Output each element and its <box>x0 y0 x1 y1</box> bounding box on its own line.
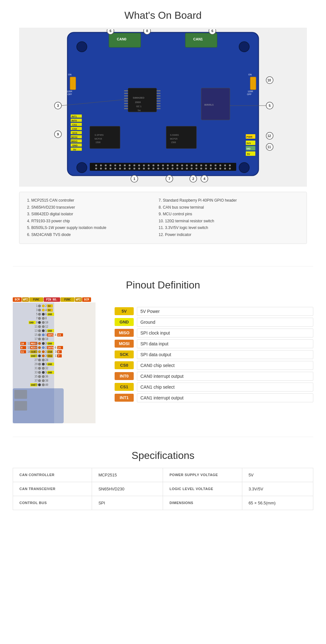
spec-label-can-ctrl: CAN CONTROLLER <box>13 468 92 482</box>
svg-text:8: 8 <box>45 317 47 320</box>
svg-text:23: 23 <box>58 334 61 336</box>
spec-value-can-trans: SN65HVD230 <box>92 482 163 496</box>
svg-point-286 <box>42 375 45 378</box>
pinout-section: BCM WPI FUNC PIN NO. FUNC WPI BCM <box>0 297 326 433</box>
legend-item-cs0: CS0 CAN0 chip select <box>115 361 313 370</box>
svg-text:12: 12 <box>267 134 271 138</box>
svg-rect-72 <box>90 163 236 171</box>
svg-text:CAN1: CAN1 <box>193 37 203 41</box>
legend-item-int0: INT0 CAN0 interrupt output <box>115 372 313 381</box>
svg-text:25: 25 <box>34 355 38 357</box>
svg-point-270 <box>42 363 45 365</box>
svg-rect-33 <box>157 98 160 99</box>
svg-text:6: 6 <box>45 313 47 316</box>
svg-point-164 <box>38 305 41 307</box>
svg-point-75 <box>105 164 107 166</box>
svg-text:PWR: PWR <box>246 135 252 138</box>
svg-point-1 <box>77 42 87 52</box>
svg-text:6: 6 <box>110 29 111 33</box>
svg-text:ON: ON <box>68 73 72 76</box>
board-legend-left: 1. MCP2515 CAN controller 2. SN65HVD230 … <box>27 197 158 239</box>
svg-text:10: 10 <box>267 79 271 82</box>
pd-header: BCM WPI FUNC PIN NO. FUNC WPI BCM <box>13 297 96 302</box>
svg-rect-38 <box>90 126 120 149</box>
svg-text:11: 11 <box>267 145 271 149</box>
svg-text:2: 2 <box>192 177 194 181</box>
svg-text:10: 10 <box>21 342 24 345</box>
svg-text:GND: GND <box>48 329 52 332</box>
svg-point-80 <box>129 164 131 166</box>
svg-text:8: 8 <box>58 350 60 353</box>
svg-text:INT1: INT1 <box>48 334 54 336</box>
svg-point-121 <box>186 168 188 170</box>
svg-text:17: 17 <box>34 338 38 341</box>
svg-rect-35 <box>157 103 160 104</box>
svg-text:CAN0: CAN0 <box>117 37 126 41</box>
spec-value-ctrl-bus: SPI <box>92 496 163 510</box>
svg-text:15: 15 <box>34 334 38 336</box>
svg-point-280 <box>42 371 45 374</box>
legend-item-miso: MISO SPI clock input <box>115 329 313 337</box>
svg-point-108 <box>124 168 126 170</box>
svg-rect-42 <box>166 126 196 149</box>
svg-point-112 <box>143 168 145 170</box>
legend-item-10: 10. 120Ω terminal resistor switch <box>159 218 289 225</box>
svg-text:CS0: CS0 <box>48 350 52 353</box>
desc-cs0: CAN0 chip select <box>137 361 313 370</box>
svg-text:5V: 5V <box>48 309 51 312</box>
svg-text:38: 38 <box>45 379 48 382</box>
legend-item-7: 7. Standard Raspberry Pi 40PIN GPIO head… <box>159 197 289 204</box>
specs-title: Specifications <box>0 440 326 468</box>
svg-text:18: 18 <box>45 338 48 341</box>
svg-text:13: 13 <box>27 346 31 349</box>
svg-text:2: 2 <box>45 305 47 308</box>
spec-value-logic-volt: 3.3V/5V <box>242 482 313 496</box>
badge-mosi: MOSI <box>115 340 134 348</box>
svg-point-285 <box>38 375 41 378</box>
svg-point-276 <box>42 367 45 370</box>
svg-point-99 <box>219 164 221 166</box>
svg-text:23: 23 <box>34 350 38 353</box>
svg-point-106 <box>114 168 116 170</box>
legend-item-1: 1. MCP2515 CAN controller <box>27 197 158 204</box>
desc-sck: SPI data output <box>137 350 313 359</box>
svg-rect-13 <box>250 77 256 90</box>
svg-point-87 <box>162 164 164 166</box>
svg-point-289 <box>38 379 41 382</box>
svg-rect-26 <box>124 100 128 101</box>
svg-text:CS0: CS0 <box>72 128 77 130</box>
svg-rect-299 <box>14 401 27 411</box>
svg-text:5V: 5V <box>48 305 51 308</box>
svg-point-114 <box>152 168 154 170</box>
svg-point-84 <box>148 164 150 166</box>
badge-cs0: CS0 <box>115 361 134 369</box>
svg-text:INT0: INT0 <box>72 119 77 122</box>
svg-point-102 <box>95 168 97 170</box>
legend-item-9: 9. MCU control pins <box>159 211 289 218</box>
svg-text:OFF: OFF <box>247 93 252 95</box>
svg-point-232 <box>42 346 45 349</box>
svg-point-3 <box>77 163 87 173</box>
svg-rect-34 <box>157 100 160 101</box>
svg-text:29: 29 <box>34 363 38 366</box>
legend-item-5v: 5V 5V Power <box>115 307 313 316</box>
svg-point-125 <box>205 168 207 170</box>
svg-rect-62 <box>71 148 82 151</box>
svg-text:21: 21 <box>34 346 38 349</box>
svg-point-176 <box>38 313 41 315</box>
svg-point-119 <box>176 168 178 170</box>
spec-label-can-trans: CAN TRANSCEIVER <box>13 482 92 496</box>
svg-point-197 <box>42 329 45 332</box>
desc-gnd: Ground <box>137 318 313 327</box>
pinout-legend: 5V 5V Power GND Ground MISO SPI clock in… <box>115 297 313 402</box>
svg-text:6: 6 <box>55 346 56 349</box>
svg-point-120 <box>181 168 183 170</box>
svg-text:GND: GND <box>48 371 52 374</box>
svg-text:1: 1 <box>133 177 135 181</box>
svg-point-246 <box>42 350 45 353</box>
svg-point-188 <box>38 321 41 324</box>
spec-value-pwr-volt: 5V <box>242 468 313 482</box>
svg-point-170 <box>38 309 41 311</box>
svg-point-257 <box>42 355 45 357</box>
svg-text:3V3: 3V3 <box>246 142 251 145</box>
